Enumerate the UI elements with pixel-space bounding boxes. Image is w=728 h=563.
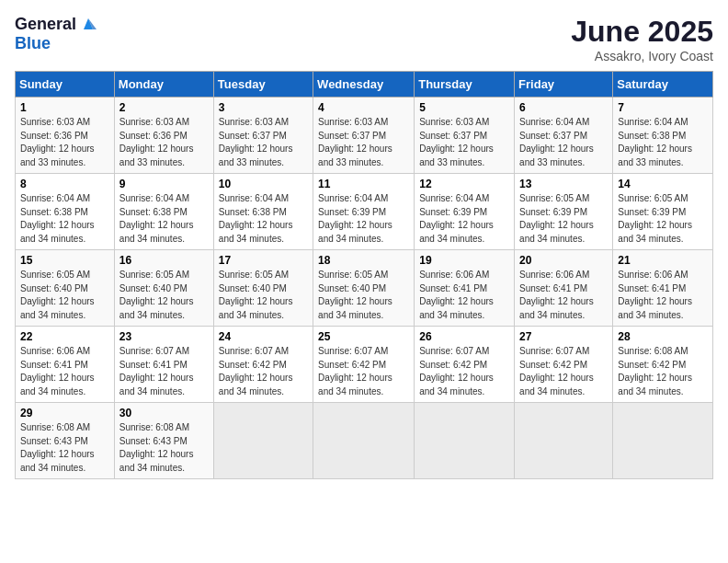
calendar-cell: 15 Sunrise: 6:05 AMSunset: 6:40 PMDaylig… (16, 250, 115, 327)
day-info: Sunrise: 6:03 AMSunset: 6:37 PMDaylight:… (419, 117, 494, 167)
day-info: Sunrise: 6:04 AMSunset: 6:37 PMDaylight:… (519, 117, 594, 167)
calendar-cell: 19 Sunrise: 6:06 AMSunset: 6:41 PMDaylig… (415, 250, 515, 327)
day-info: Sunrise: 6:08 AMSunset: 6:42 PMDaylight:… (618, 346, 692, 396)
header: General Blue June 2025 Assakro, Ivory Co… (15, 15, 713, 63)
calendar-cell: 14 Sunrise: 6:05 AMSunset: 6:39 PMDaylig… (613, 174, 713, 250)
day-number: 11 (318, 178, 409, 190)
day-number: 7 (618, 101, 708, 114)
calendar-week-row: 1 Sunrise: 6:03 AMSunset: 6:36 PMDayligh… (16, 98, 713, 174)
day-info: Sunrise: 6:06 AMSunset: 6:41 PMDaylight:… (618, 270, 692, 320)
day-number: 14 (618, 178, 708, 190)
logo-blue: Blue (15, 34, 51, 53)
calendar-cell: 29 Sunrise: 6:08 AMSunset: 6:43 PMDaylig… (16, 403, 115, 479)
day-info: Sunrise: 6:08 AMSunset: 6:43 PMDaylight:… (20, 422, 95, 473)
day-number: 26 (419, 330, 509, 343)
logo: General Blue (15, 15, 98, 53)
day-info: Sunrise: 6:08 AMSunset: 6:43 PMDaylight:… (119, 422, 194, 473)
day-number: 22 (20, 330, 109, 343)
calendar-cell: 28 Sunrise: 6:08 AMSunset: 6:42 PMDaylig… (613, 327, 713, 403)
calendar-cell: 12 Sunrise: 6:04 AMSunset: 6:39 PMDaylig… (415, 174, 515, 250)
day-number: 10 (219, 178, 308, 190)
calendar-cell: 10 Sunrise: 6:04 AMSunset: 6:38 PMDaylig… (213, 174, 313, 250)
day-number: 17 (219, 254, 308, 267)
day-info: Sunrise: 6:05 AMSunset: 6:40 PMDaylight:… (119, 270, 194, 320)
day-of-week-header: Wednesday (313, 72, 415, 98)
calendar-cell: 13 Sunrise: 6:05 AMSunset: 6:39 PMDaylig… (515, 174, 613, 250)
day-info: Sunrise: 6:06 AMSunset: 6:41 PMDaylight:… (419, 270, 494, 320)
day-info: Sunrise: 6:04 AMSunset: 6:38 PMDaylight:… (119, 193, 194, 244)
calendar-subtitle: Assakro, Ivory Coast (571, 49, 713, 63)
day-number: 4 (318, 101, 409, 114)
calendar-cell: 11 Sunrise: 6:04 AMSunset: 6:39 PMDaylig… (313, 174, 415, 250)
calendar-cell: 23 Sunrise: 6:07 AMSunset: 6:41 PMDaylig… (114, 327, 213, 403)
day-info: Sunrise: 6:04 AMSunset: 6:39 PMDaylight:… (318, 193, 392, 244)
day-number: 15 (20, 254, 109, 267)
day-info: Sunrise: 6:04 AMSunset: 6:38 PMDaylight:… (20, 193, 95, 244)
day-number: 25 (318, 330, 409, 343)
calendar-cell: 5 Sunrise: 6:03 AMSunset: 6:37 PMDayligh… (415, 98, 515, 174)
day-number: 12 (419, 178, 509, 190)
day-info: Sunrise: 6:07 AMSunset: 6:42 PMDaylight:… (519, 346, 594, 396)
day-number: 6 (519, 101, 608, 114)
calendar-cell: 21 Sunrise: 6:06 AMSunset: 6:41 PMDaylig… (613, 250, 713, 327)
calendar-cell: 25 Sunrise: 6:07 AMSunset: 6:42 PMDaylig… (313, 327, 415, 403)
logo-general: General (15, 15, 76, 34)
day-number: 24 (219, 330, 308, 343)
day-number: 13 (519, 178, 608, 190)
day-info: Sunrise: 6:04 AMSunset: 6:38 PMDaylight:… (219, 193, 293, 244)
calendar-cell (213, 403, 313, 479)
day-number: 3 (219, 101, 308, 114)
day-info: Sunrise: 6:07 AMSunset: 6:42 PMDaylight:… (318, 346, 392, 396)
day-number: 20 (519, 254, 608, 267)
day-info: Sunrise: 6:05 AMSunset: 6:39 PMDaylight:… (519, 193, 594, 244)
day-number: 2 (119, 101, 209, 114)
calendar-week-row: 15 Sunrise: 6:05 AMSunset: 6:40 PMDaylig… (16, 250, 713, 327)
calendar-cell: 9 Sunrise: 6:04 AMSunset: 6:38 PMDayligh… (114, 174, 213, 250)
calendar-cell: 22 Sunrise: 6:06 AMSunset: 6:41 PMDaylig… (16, 327, 115, 403)
calendar-cell: 3 Sunrise: 6:03 AMSunset: 6:37 PMDayligh… (213, 98, 313, 174)
day-number: 18 (318, 254, 409, 267)
calendar-cell: 7 Sunrise: 6:04 AMSunset: 6:38 PMDayligh… (613, 98, 713, 174)
calendar-week-row: 22 Sunrise: 6:06 AMSunset: 6:41 PMDaylig… (16, 327, 713, 403)
day-number: 28 (618, 330, 708, 343)
calendar-cell: 2 Sunrise: 6:03 AMSunset: 6:36 PMDayligh… (114, 98, 213, 174)
calendar-body: 1 Sunrise: 6:03 AMSunset: 6:36 PMDayligh… (16, 98, 713, 479)
day-info: Sunrise: 6:07 AMSunset: 6:42 PMDaylight:… (419, 346, 494, 396)
calendar-cell: 1 Sunrise: 6:03 AMSunset: 6:36 PMDayligh… (16, 98, 115, 174)
day-of-week-header: Sunday (16, 72, 115, 98)
title-area: June 2025 Assakro, Ivory Coast (571, 15, 713, 63)
day-number: 1 (20, 101, 109, 114)
calendar-cell: 20 Sunrise: 6:06 AMSunset: 6:41 PMDaylig… (515, 250, 613, 327)
day-number: 5 (419, 101, 509, 114)
calendar-cell: 17 Sunrise: 6:05 AMSunset: 6:40 PMDaylig… (213, 250, 313, 327)
day-number: 8 (20, 178, 109, 190)
day-number: 19 (419, 254, 509, 267)
calendar-cell: 6 Sunrise: 6:04 AMSunset: 6:37 PMDayligh… (515, 98, 613, 174)
day-of-week-header: Tuesday (213, 72, 313, 98)
calendar-cell (313, 403, 415, 479)
day-info: Sunrise: 6:05 AMSunset: 6:40 PMDaylight:… (20, 270, 95, 320)
day-info: Sunrise: 6:05 AMSunset: 6:40 PMDaylight:… (219, 270, 293, 320)
day-info: Sunrise: 6:07 AMSunset: 6:42 PMDaylight:… (219, 346, 293, 396)
day-number: 21 (618, 254, 708, 267)
calendar-cell (613, 403, 713, 479)
calendar-cell: 4 Sunrise: 6:03 AMSunset: 6:37 PMDayligh… (313, 98, 415, 174)
day-info: Sunrise: 6:06 AMSunset: 6:41 PMDaylight:… (20, 346, 95, 396)
calendar-cell: 27 Sunrise: 6:07 AMSunset: 6:42 PMDaylig… (515, 327, 613, 403)
calendar-header-row: SundayMondayTuesdayWednesdayThursdayFrid… (16, 72, 713, 98)
day-info: Sunrise: 6:05 AMSunset: 6:39 PMDaylight:… (618, 193, 692, 244)
calendar-week-row: 8 Sunrise: 6:04 AMSunset: 6:38 PMDayligh… (16, 174, 713, 250)
day-info: Sunrise: 6:04 AMSunset: 6:38 PMDaylight:… (618, 117, 692, 167)
calendar-cell (515, 403, 613, 479)
day-number: 30 (119, 407, 209, 419)
calendar-cell (415, 403, 515, 479)
calendar-title: June 2025 (571, 15, 713, 49)
calendar-table: SundayMondayTuesdayWednesdayThursdayFrid… (15, 71, 713, 479)
day-info: Sunrise: 6:05 AMSunset: 6:40 PMDaylight:… (318, 270, 392, 320)
logo-icon (78, 13, 98, 33)
day-info: Sunrise: 6:04 AMSunset: 6:39 PMDaylight:… (419, 193, 494, 244)
day-of-week-header: Monday (114, 72, 213, 98)
calendar-cell: 24 Sunrise: 6:07 AMSunset: 6:42 PMDaylig… (213, 327, 313, 403)
calendar-cell: 16 Sunrise: 6:05 AMSunset: 6:40 PMDaylig… (114, 250, 213, 327)
calendar-week-row: 29 Sunrise: 6:08 AMSunset: 6:43 PMDaylig… (16, 403, 713, 479)
